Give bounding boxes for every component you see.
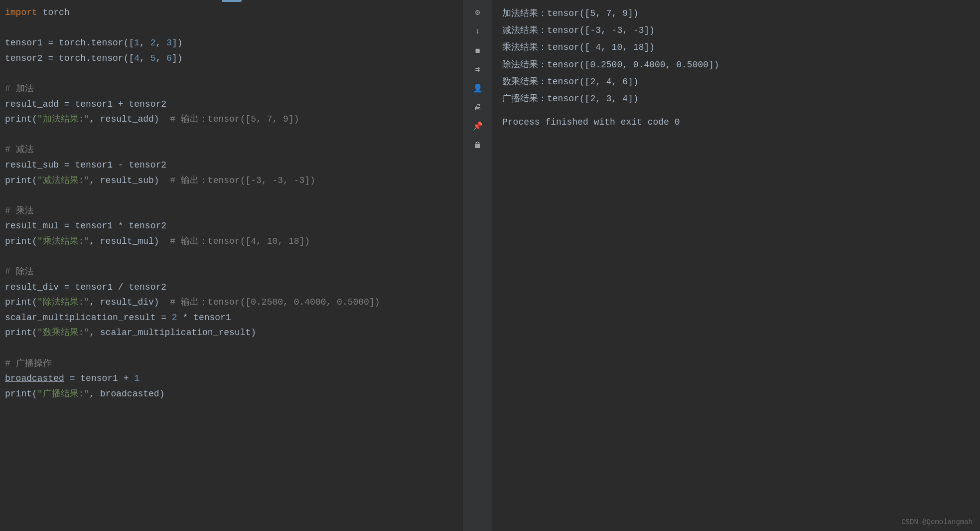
users-icon[interactable]: 👤 <box>470 81 485 96</box>
gutter-toolbar: ⚙ ↓ ◼ ⇉ 👤 🖨 📌 🗑 <box>463 0 492 531</box>
trash-icon[interactable]: 🗑 <box>470 138 485 153</box>
stop-icon[interactable]: ◼ <box>470 43 485 58</box>
watermark: CSDN @Qomolangmah <box>901 518 973 526</box>
download-icon[interactable]: ↓ <box>470 24 485 39</box>
output-panel: 加法结果：tensor([5, 7, 9]) 减法结果：tensor([-3, … <box>492 0 980 531</box>
print-icon[interactable]: 🖨 <box>470 100 485 115</box>
wrench-icon[interactable]: ⚙ <box>470 5 485 20</box>
process-exit-message: Process finished with exit code 0 <box>502 117 970 127</box>
rerun-icon[interactable]: ⇉ <box>470 62 485 77</box>
code-content: import torch tensor1 = torch.tensor([1, … <box>5 5 463 401</box>
pin-icon[interactable]: 📌 <box>470 119 485 134</box>
output-content: 加法结果：tensor([5, 7, 9]) 减法结果：tensor([-3, … <box>502 5 970 107</box>
code-editor: import torch tensor1 = torch.tensor([1, … <box>0 0 463 531</box>
top-indicator <box>222 0 242 2</box>
